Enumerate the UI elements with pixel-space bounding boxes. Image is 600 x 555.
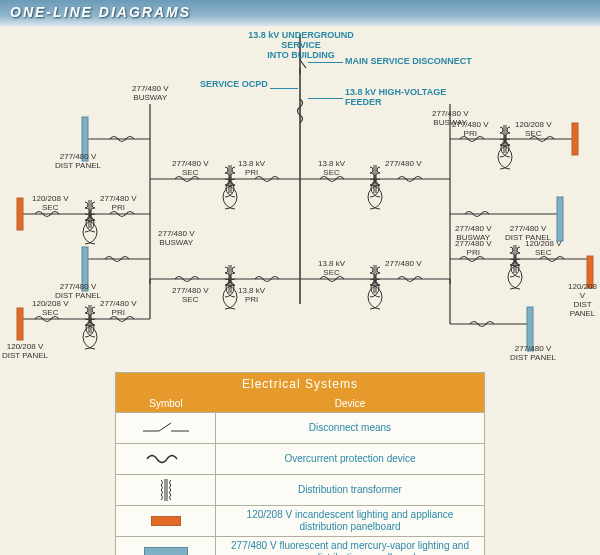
label-dist-120-bl: 120/208 V DIST PANEL: [2, 342, 48, 360]
transformer-icon: [116, 475, 216, 505]
svg-line-25: [159, 423, 171, 431]
legend-device-1: Overcurrent protection device: [216, 450, 484, 468]
label-pri-138-l: 13.8 kV PRI: [238, 159, 265, 177]
callout-hv-feeder: 13.8 kV HIGH-VOLTAGE FEEDER: [345, 87, 446, 107]
legend-device-3: 120/208 V incandescent lighting and appl…: [216, 506, 484, 536]
legend-row-xfmr: Distribution transformer: [116, 474, 484, 505]
legend-col-device: Device: [216, 395, 484, 412]
label-pri-277-bl: 277/480 V PRI: [100, 299, 136, 317]
legend-row-ocpd: Overcurrent protection device: [116, 443, 484, 474]
label-busway-left-upper: 277/480 V BUSWAY: [132, 84, 168, 102]
label-277-r: 277/480 V: [385, 159, 421, 168]
label-sec-120-bl: 120/208 V SEC: [32, 299, 68, 317]
legend-device-2: Distribution transformer: [216, 481, 484, 499]
legend-title: Electrical Systems: [116, 373, 484, 395]
legend-col-symbol: Symbol: [116, 395, 216, 412]
label-pri-277-rb: 277/480 V PRI: [455, 239, 491, 257]
legend-row-blue-panel: 277/480 V fluorescent and mercury-vapor …: [116, 536, 484, 555]
legend-row-disconnect: Disconnect means: [116, 412, 484, 443]
label-dist-277-mid-left: 277/480 V DIST PANEL: [55, 282, 101, 300]
ocpd-icon: [116, 444, 216, 474]
label-sec-277: 277/480 V SEC: [172, 159, 208, 177]
legend-device-0: Disconnect means: [216, 419, 484, 437]
label-277-low: 277/480 V: [385, 259, 421, 268]
callout-main-disconnect: MAIN SERVICE DISCONNECT: [345, 56, 472, 66]
callout-service-top: 13.8 kV UNDERGROUND SERVICE INTO BUILDIN…: [246, 30, 356, 60]
label-busway-left-mid: 277/480 V BUSWAY: [158, 229, 194, 247]
label-sec-138-low: 13.8 kV SEC: [318, 259, 345, 277]
label-sec-120-r: 120/208 V SEC: [515, 120, 551, 138]
callout-service-ocpd: SERVICE OCPD: [200, 79, 268, 89]
orange-panel-icon: [116, 506, 216, 536]
label-sec-138-r: 13.8 kV SEC: [318, 159, 345, 177]
disconnect-icon: [116, 413, 216, 443]
one-line-diagram: 13.8 kV UNDERGROUND SERVICE INTO BUILDIN…: [0, 24, 600, 369]
label-dist-277-br: 277/480 V DIST PANEL: [510, 344, 556, 362]
label-dist-277-upper-left: 277/480 V DIST PANEL: [55, 152, 101, 170]
label-pri-277-r: 277/480 V PRI: [452, 120, 488, 138]
legend-table: Electrical Systems Symbol Device Disconn…: [115, 372, 485, 555]
label-sec-120-rb: 120/208 V SEC: [525, 239, 561, 257]
label-sec-120-l: 120/208 V SEC: [32, 194, 68, 212]
legend-device-4: 277/480 V fluorescent and mercury-vapor …: [216, 537, 484, 555]
diagram-svg: [0, 24, 600, 369]
label-dist-120-rb: 120/208 V DIST PANEL: [565, 282, 600, 318]
page-title: ONE-LINE DIAGRAMS: [0, 0, 600, 26]
label-pri-277-l: 277/480 V PRI: [100, 194, 136, 212]
label-pri-138-low: 13.8 kV PRI: [238, 286, 265, 304]
legend-row-orange-panel: 120/208 V incandescent lighting and appl…: [116, 505, 484, 536]
blue-panel-icon: [116, 537, 216, 555]
label-sec-277-low: 277/480 V SEC: [172, 286, 208, 304]
